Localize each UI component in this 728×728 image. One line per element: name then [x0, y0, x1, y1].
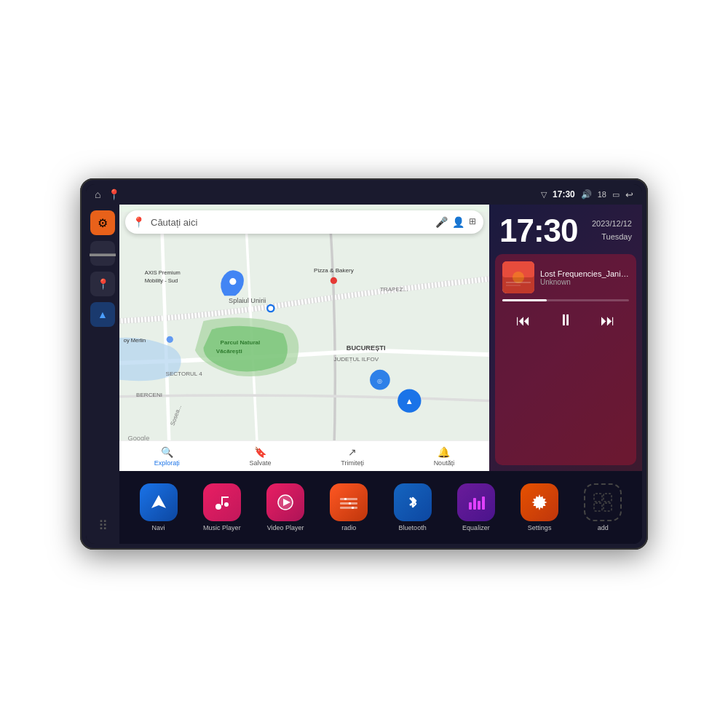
back-icon[interactable]: ↩	[625, 189, 633, 200]
saved-icon: 🔖	[254, 446, 266, 458]
settings-label: Settings	[528, 524, 552, 531]
search-placeholder[interactable]: Căutați aici	[151, 217, 430, 228]
navi-label: Navi	[152, 524, 165, 531]
svg-point-18	[331, 277, 337, 284]
svg-rect-43	[473, 498, 476, 510]
svg-text:SECTORUL 4: SECTORUL 4	[166, 371, 203, 377]
sidebar-nav-btn[interactable]: ▲	[90, 302, 115, 327]
app-settings[interactable]: Settings	[515, 483, 564, 531]
svg-point-23	[229, 278, 236, 285]
app-add[interactable]: add	[578, 483, 628, 531]
prev-button[interactable]: ⏮	[510, 307, 537, 333]
svg-rect-28	[506, 285, 521, 286]
left-sidebar: ⚙ ▬▬▬ 📍 ▲ ⠿	[86, 205, 119, 544]
equalizer-label: Equalizer	[462, 524, 490, 531]
music-artist: Unknown	[540, 278, 629, 286]
volume-icon: 🔊	[581, 189, 592, 199]
video-player-label: Video Player	[267, 524, 304, 531]
app-bluetooth[interactable]: Bluetooth	[388, 483, 438, 531]
right-panel: 17:30 2023/12/12 Tuesday	[489, 205, 642, 471]
share-label: Trimiteți	[341, 459, 364, 467]
album-art	[502, 261, 534, 293]
music-progress-fill	[502, 299, 547, 301]
music-text: Lost Frequencies_Janie... Unknown	[540, 269, 629, 286]
svg-text:TRAPEZ...: TRAPEZ...	[380, 287, 408, 293]
map-svg: Splaiul Unirii Parcul Natural Văcărești …	[119, 205, 489, 471]
svg-rect-48	[604, 494, 612, 502]
music-progress-bar-bg[interactable]	[502, 299, 629, 301]
bluetooth-icon	[394, 483, 432, 521]
map-bottom-nav: 🔍 Explorați 🔖 Salvate ↗ Trimiteți	[119, 440, 489, 471]
home-icon[interactable]: ⌂	[95, 189, 100, 200]
map-panel[interactable]: Splaiul Unirii Parcul Natural Văcărești …	[119, 205, 489, 471]
svg-text:BERCENI: BERCENI	[136, 392, 162, 398]
svg-rect-37	[344, 498, 347, 500]
next-button[interactable]: ⏭	[595, 307, 621, 333]
svg-marker-29	[151, 495, 166, 508]
map-search-bar[interactable]: 📍 Căutați aici 🎤 👤 ⊞	[125, 210, 483, 234]
news-label: Noutăți	[434, 459, 455, 467]
account-icon[interactable]: 👤	[452, 216, 464, 228]
svg-text:BUCUREȘTI: BUCUREȘTI	[347, 344, 386, 352]
map-nav-news[interactable]: 🔔 Noutăți	[434, 446, 455, 467]
bluetooth-label: Bluetooth	[399, 524, 427, 531]
map-container: Splaiul Unirii Parcul Natural Văcărești …	[119, 205, 489, 471]
app-grid: Navi Music Player	[119, 471, 642, 544]
sidebar-grid-btn[interactable]: ⠿	[90, 513, 115, 538]
map-nav-share[interactable]: ↗ Trimiteți	[341, 446, 364, 467]
sidebar-settings-btn[interactable]: ⚙	[90, 210, 115, 235]
svg-text:Mobility - Sud: Mobility - Sud	[145, 277, 178, 284]
status-right-icons: ▽ 17:30 🔊 18 ▭ ↩	[541, 189, 633, 200]
share-icon: ↗	[348, 446, 357, 458]
svg-rect-39	[349, 502, 351, 505]
svg-text:Văcărești: Văcărești	[216, 348, 242, 355]
explore-label: Explorați	[154, 459, 180, 467]
saved-label: Salvate	[250, 459, 272, 467]
app-radio[interactable]: radio	[324, 483, 373, 531]
svg-point-30	[215, 504, 221, 510]
svg-rect-33	[221, 496, 223, 505]
map-nav-saved[interactable]: 🔖 Salvate	[250, 446, 272, 467]
day-value: Tuesday	[592, 231, 632, 244]
svg-rect-44	[478, 501, 480, 510]
maps-icon[interactable]: 📍	[108, 189, 120, 200]
svg-text:▲: ▲	[405, 397, 414, 405]
svg-rect-49	[594, 503, 602, 511]
svg-rect-42	[469, 502, 472, 510]
explore-icon: 🔍	[161, 446, 173, 458]
center-area: Splaiul Unirii Parcul Natural Văcărești …	[119, 205, 642, 544]
map-nav-explore[interactable]: 🔍 Explorați	[154, 446, 180, 467]
app-equalizer[interactable]: Equalizer	[451, 483, 501, 531]
map-search-actions: 🎤 👤 ⊞	[435, 216, 476, 228]
date-value: 2023/12/12	[592, 218, 632, 231]
music-title: Lost Frequencies_Janie...	[540, 269, 629, 278]
app-navi[interactable]: Navi	[134, 483, 183, 531]
app-video[interactable]: Video Player	[261, 483, 310, 531]
mic-icon[interactable]: 🎤	[435, 216, 448, 228]
layers-icon[interactable]: ⊞	[469, 216, 476, 228]
svg-text:◎: ◎	[377, 378, 382, 384]
sidebar-map-btn[interactable]: 📍	[90, 272, 115, 296]
google-maps-icon: 📍	[132, 216, 145, 228]
svg-point-16	[167, 336, 173, 343]
svg-rect-36	[340, 498, 357, 500]
device-frame: ⌂ 📍 ▽ 17:30 🔊 18 ▭ ↩ ⚙ ▬▬▬ 📍 ▲ ⠿	[80, 178, 648, 550]
battery-number: 18	[598, 190, 606, 199]
clock-date: 2023/12/12 Tuesday	[592, 218, 632, 243]
sidebar-menu-btn[interactable]: ▬▬▬	[90, 241, 115, 266]
music-controls: ⏮ ⏸ ⏭	[502, 307, 629, 333]
svg-rect-27	[506, 282, 531, 283]
top-panels: Splaiul Unirii Parcul Natural Văcărești …	[119, 205, 642, 471]
music-icon	[203, 483, 241, 521]
svg-text:Pizza & Bakery: Pizza & Bakery	[314, 267, 355, 274]
pause-button[interactable]: ⏸	[553, 307, 579, 333]
svg-point-26	[513, 272, 524, 283]
svg-text:Parcul Natural: Parcul Natural	[221, 339, 261, 346]
battery-icon: ▭	[612, 190, 620, 199]
svg-text:Splaiul Unirii: Splaiul Unirii	[229, 297, 266, 304]
radio-label: radio	[341, 524, 356, 531]
add-label: add	[598, 524, 609, 531]
app-music[interactable]: Music Player	[197, 483, 247, 531]
clock-display: 17:30	[499, 215, 578, 247]
device-screen: ⌂ 📍 ▽ 17:30 🔊 18 ▭ ↩ ⚙ ▬▬▬ 📍 ▲ ⠿	[86, 184, 642, 544]
